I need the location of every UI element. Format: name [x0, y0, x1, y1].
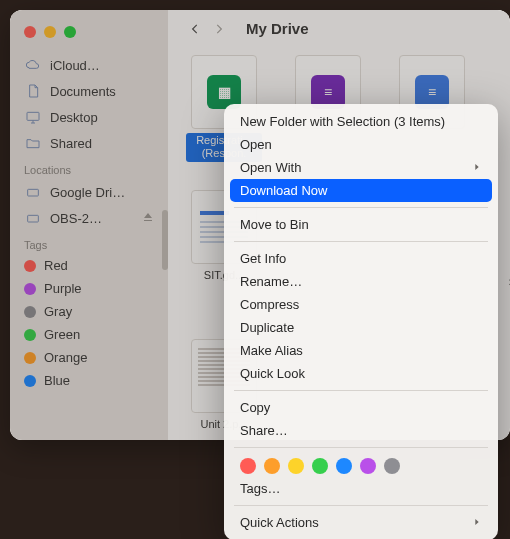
tag-dot-icon [24, 375, 36, 387]
sidebar-item-obs[interactable]: OBS-2… [10, 205, 168, 231]
tag-swatch-purple[interactable] [360, 458, 376, 474]
sidebar: iCloud… Documents Desktop Shared Locatio… [10, 10, 168, 440]
location-title: My Drive [246, 20, 309, 37]
document-icon [24, 82, 42, 100]
sidebar-tag-green[interactable]: Green [10, 323, 168, 346]
ctx-move-to-bin[interactable]: Move to Bin [224, 213, 498, 236]
tag-dot-icon [24, 260, 36, 272]
sidebar-item-documents[interactable]: Documents [10, 78, 168, 104]
sidebar-item-icloud[interactable]: iCloud… [10, 52, 168, 78]
tags-header: Tags [10, 231, 168, 254]
ctx-tag-swatches [224, 453, 498, 477]
sidebar-item-shared[interactable]: Shared [10, 130, 168, 156]
ctx-compress[interactable]: Compress [224, 293, 498, 316]
sidebar-tag-purple[interactable]: Purple [10, 277, 168, 300]
tag-dot-icon [24, 283, 36, 295]
tag-swatch-orange[interactable] [264, 458, 280, 474]
back-button[interactable] [184, 18, 206, 40]
close-button[interactable] [24, 26, 36, 38]
separator [234, 241, 488, 242]
tag-swatch-blue[interactable] [336, 458, 352, 474]
ctx-label: New Folder with Selection (3 Items) [240, 114, 445, 129]
ctx-quick-look[interactable]: Quick Look [224, 362, 498, 385]
tag-swatch-gray[interactable] [384, 458, 400, 474]
ctx-label: Quick Look [240, 366, 305, 381]
svg-rect-2 [28, 215, 39, 222]
sidebar-item-google-drive[interactable]: Google Dri… [10, 179, 168, 205]
tag-dot-icon [24, 329, 36, 341]
ctx-copy[interactable]: Copy [224, 396, 498, 419]
window-controls [10, 20, 168, 52]
ctx-download-now[interactable]: Download Now [230, 179, 492, 202]
tag-label: Green [44, 327, 80, 342]
tag-label: Gray [44, 304, 72, 319]
separator [234, 390, 488, 391]
sidebar-label: Desktop [50, 110, 98, 125]
sidebar-item-desktop[interactable]: Desktop [10, 104, 168, 130]
ctx-make-alias[interactable]: Make Alias [224, 339, 498, 362]
ctx-label: Tags… [240, 481, 280, 496]
ctx-label: Open [240, 137, 272, 152]
sidebar-tag-blue[interactable]: Blue [10, 369, 168, 392]
separator [234, 447, 488, 448]
ctx-share[interactable]: Share… [224, 419, 498, 442]
folder-icon [24, 134, 42, 152]
ctx-label: Copy [240, 400, 270, 415]
sidebar-tag-gray[interactable]: Gray [10, 300, 168, 323]
drive-icon [24, 209, 42, 227]
minimize-button[interactable] [44, 26, 56, 38]
ctx-new-folder[interactable]: New Folder with Selection (3 Items) [224, 110, 498, 133]
svg-rect-1 [28, 189, 39, 196]
ctx-label: Make Alias [240, 343, 303, 358]
sidebar-label: Shared [50, 136, 92, 151]
eject-icon[interactable] [142, 211, 154, 226]
svg-rect-0 [27, 112, 39, 120]
tag-dot-icon [24, 352, 36, 364]
chevron-right-icon [472, 160, 482, 175]
cloud-icon [24, 56, 42, 74]
ctx-label: Open With [240, 160, 301, 175]
ctx-tags[interactable]: Tags… [224, 477, 498, 500]
ctx-label: Rename… [240, 274, 302, 289]
ctx-label: Get Info [240, 251, 286, 266]
ctx-label: Duplicate [240, 320, 294, 335]
tag-label: Red [44, 258, 68, 273]
sidebar-tag-red[interactable]: Red [10, 254, 168, 277]
sidebar-label: Google Dri… [50, 185, 125, 200]
chevron-right-icon [472, 515, 482, 530]
tag-label: Purple [44, 281, 82, 296]
sidebar-tag-orange[interactable]: Orange [10, 346, 168, 369]
ctx-get-info[interactable]: Get Info [224, 247, 498, 270]
ctx-open[interactable]: Open [224, 133, 498, 156]
ctx-label: Move to Bin [240, 217, 309, 232]
tag-swatch-yellow[interactable] [288, 458, 304, 474]
tag-swatch-green[interactable] [312, 458, 328, 474]
drive-icon [24, 183, 42, 201]
zoom-button[interactable] [64, 26, 76, 38]
context-menu: New Folder with Selection (3 Items) Open… [224, 104, 498, 539]
ctx-quick-actions[interactable]: Quick Actions [224, 511, 498, 534]
sidebar-label: Documents [50, 84, 116, 99]
toolbar: My Drive [168, 10, 510, 47]
ctx-label: Share… [240, 423, 288, 438]
tag-label: Blue [44, 373, 70, 388]
sidebar-scrollbar[interactable] [162, 210, 168, 270]
desktop-icon [24, 108, 42, 126]
locations-header: Locations [10, 156, 168, 179]
ctx-label: Compress [240, 297, 299, 312]
tag-swatch-red[interactable] [240, 458, 256, 474]
forward-button[interactable] [208, 18, 230, 40]
ctx-label: Quick Actions [240, 515, 319, 530]
separator [234, 207, 488, 208]
separator [234, 505, 488, 506]
sidebar-label: OBS-2… [50, 211, 102, 226]
ctx-open-with[interactable]: Open With [224, 156, 498, 179]
tag-dot-icon [24, 306, 36, 318]
ctx-duplicate[interactable]: Duplicate [224, 316, 498, 339]
sidebar-label: iCloud… [50, 58, 100, 73]
tag-label: Orange [44, 350, 87, 365]
ctx-label: Download Now [240, 183, 327, 198]
ctx-rename[interactable]: Rename… [224, 270, 498, 293]
